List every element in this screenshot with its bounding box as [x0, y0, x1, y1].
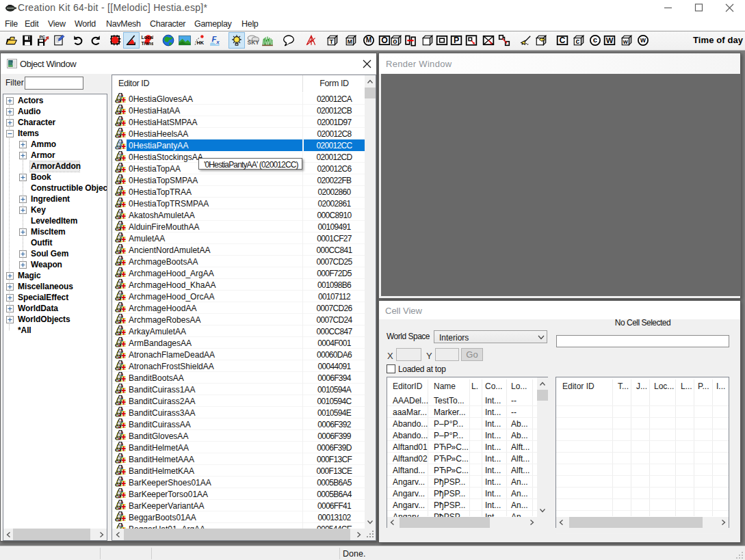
- svg-text:w: w: [623, 38, 629, 45]
- svg-text:C: C: [560, 36, 566, 45]
- svg-text:M: M: [366, 36, 371, 44]
- svg-text:o: o: [393, 38, 397, 45]
- svg-text:Trans: Trans: [142, 41, 153, 46]
- svg-text:c: c: [593, 36, 597, 44]
- svg-text:W: W: [606, 36, 614, 44]
- svg-text:HK: HK: [197, 40, 205, 46]
- svg-text:T: T: [329, 38, 333, 45]
- svg-text:P: P: [454, 36, 459, 45]
- svg-text:c: c: [576, 38, 580, 45]
- svg-text:SKY: SKY: [248, 39, 259, 46]
- svg-text:w: w: [640, 36, 646, 44]
- svg-text:Local: Local: [142, 35, 153, 40]
- svg-text:x: x: [215, 39, 220, 45]
- svg-text:O: O: [381, 36, 388, 45]
- svg-text:M: M: [348, 38, 352, 45]
- svg-text:PC: PC: [39, 34, 45, 39]
